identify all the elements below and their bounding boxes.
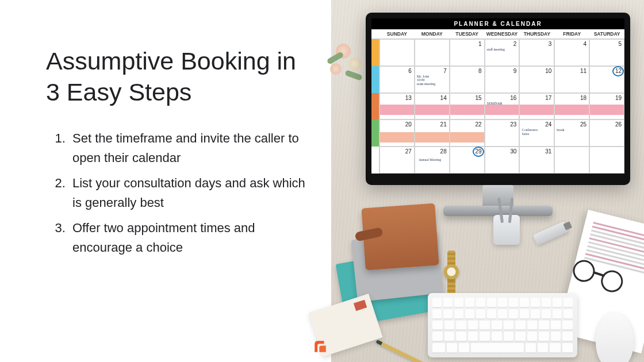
calendar-cell: 7Mr. John 10:00 team meeting xyxy=(415,66,450,93)
date-number: 17 xyxy=(545,95,551,101)
step-item: Set the timeframe and invite the caller … xyxy=(69,129,308,168)
image-panel: PLANNER & CALENDAR SUNDAY MONDAY TUESDAY… xyxy=(331,0,644,362)
calendar-cell: 1 xyxy=(450,39,485,66)
calendar-day-row: SUNDAY MONDAY TUESDAY WEDNESDAY THURSDAY… xyxy=(371,29,624,39)
brand-logo-icon xyxy=(313,339,328,354)
calendar-cell: 9 xyxy=(485,66,520,93)
calendar-cell: 15 xyxy=(450,93,485,120)
step-item: List your consultation days and ask whic… xyxy=(69,174,308,213)
date-number: 16 xyxy=(510,95,516,101)
day-label: THURSDAY xyxy=(519,29,554,39)
calendar-tab xyxy=(371,147,379,174)
date-number: 25 xyxy=(580,121,586,128)
steps-list: Set the timeframe and invite the caller … xyxy=(46,129,308,264)
calendar-tab xyxy=(371,120,379,147)
calendar-tab xyxy=(371,66,379,93)
date-number: 31 xyxy=(545,148,551,155)
calendar-cell: 26 xyxy=(589,120,624,147)
day-label: FRIDAY xyxy=(554,29,589,39)
calendar-cell: 3 xyxy=(519,39,554,66)
date-number: 2 xyxy=(513,41,517,47)
date-number: 6 xyxy=(408,68,412,74)
text-panel: Assumptive Booking in 3 Easy Steps Set t… xyxy=(0,0,331,362)
calendar-cell: 17 xyxy=(519,93,554,120)
calendar-cell: 5 xyxy=(589,39,624,66)
calendar-cell xyxy=(415,39,450,66)
date-number: 13 xyxy=(405,95,412,101)
calendar-tab xyxy=(371,39,379,66)
day-label: MONDAY xyxy=(415,29,450,39)
calendar-cell: 21 xyxy=(415,120,450,147)
day-label: WEDNESDAY xyxy=(485,29,520,39)
calendar-cell: 25break xyxy=(554,120,589,147)
leather-journal xyxy=(361,203,439,271)
date-number: 22 xyxy=(475,121,481,128)
date-number: 19 xyxy=(615,95,622,101)
calendar-cell: 12 xyxy=(589,66,624,93)
calendar-cell: 10 xyxy=(519,66,554,93)
date-number: 30 xyxy=(510,148,516,155)
calendar-cell: 22 xyxy=(450,120,485,147)
monitor: PLANNER & CALENDAR SUNDAY MONDAY TUESDAY… xyxy=(366,13,630,185)
calendar-cell: 30 xyxy=(485,147,520,174)
calendar-cell: 16SEMINAR xyxy=(485,93,520,120)
calendar-cell: 8 xyxy=(450,66,485,93)
date-number: 15 xyxy=(475,95,481,101)
calendar-cell: 20 xyxy=(379,120,415,147)
date-number: 28 xyxy=(440,148,447,155)
calendar-cell xyxy=(379,39,415,66)
date-number: 27 xyxy=(405,148,412,155)
day-label: TUESDAY xyxy=(450,29,485,39)
calendar-cell: 24Conference Sales xyxy=(519,120,554,147)
calendar-cell: 23 xyxy=(485,120,520,147)
date-circle xyxy=(612,66,624,76)
date-number: 1 xyxy=(478,41,482,47)
calendar-grid: 12staff meeting34567Mr. John 10:00 team … xyxy=(371,39,624,174)
calendar-cell: 11 xyxy=(554,66,589,93)
date-number: 5 xyxy=(618,41,622,47)
calendar-note: break xyxy=(557,128,564,132)
slide-title: Assumptive Booking in 3 Easy Steps xyxy=(46,46,308,108)
day-label: SUNDAY xyxy=(379,29,415,39)
calendar-title: PLANNER & CALENDAR xyxy=(371,18,624,29)
pen-holder xyxy=(493,215,520,245)
calendar-note: staff meeting xyxy=(487,48,505,52)
calendar-note: Mr. John 10:00 team meeting xyxy=(417,75,436,86)
calendar-note: Annual Meeting xyxy=(419,158,441,161)
date-number: 8 xyxy=(478,68,482,74)
calendar-cell: 31 xyxy=(519,147,554,174)
keyboard xyxy=(428,293,577,357)
monitor-screen: PLANNER & CALENDAR SUNDAY MONDAY TUESDAY… xyxy=(371,18,624,174)
date-number: 24 xyxy=(545,121,551,128)
date-number: 11 xyxy=(580,68,586,74)
calendar-note: SEMINAR xyxy=(487,102,503,106)
wristwatch xyxy=(444,251,459,294)
date-number: 3 xyxy=(549,41,552,47)
date-number: 10 xyxy=(545,68,551,74)
date-number: 20 xyxy=(405,121,412,128)
date-number: 23 xyxy=(510,121,516,128)
step-item: Offer two appointment times and encourag… xyxy=(69,218,308,257)
calendar-cell: 29 xyxy=(450,147,485,174)
calendar-cell: 6 xyxy=(379,66,415,93)
calendar-note: Conference Sales xyxy=(522,128,538,136)
calendar-cell: 13 xyxy=(379,93,415,120)
calendar-cell: 14 xyxy=(415,93,450,120)
calendar-cell xyxy=(554,147,589,174)
calendar-cell: 2staff meeting xyxy=(485,39,520,66)
calendar-cell: 4 xyxy=(554,39,589,66)
calendar-cell: 18 xyxy=(554,93,589,120)
date-circle xyxy=(473,147,484,157)
date-number: 26 xyxy=(615,121,622,128)
date-number: 18 xyxy=(580,95,586,101)
date-number: 9 xyxy=(513,68,517,74)
calendar-tab xyxy=(371,93,379,120)
calendar-cell: 27 xyxy=(379,147,415,174)
date-number: 7 xyxy=(443,68,447,74)
calendar-cell xyxy=(589,147,624,174)
slide: Assumptive Booking in 3 Easy Steps Set t… xyxy=(0,0,644,362)
date-number: 4 xyxy=(584,41,587,47)
date-number: 14 xyxy=(440,95,447,101)
day-label: SATURDAY xyxy=(589,29,624,39)
calendar-cell: 19 xyxy=(589,93,624,120)
